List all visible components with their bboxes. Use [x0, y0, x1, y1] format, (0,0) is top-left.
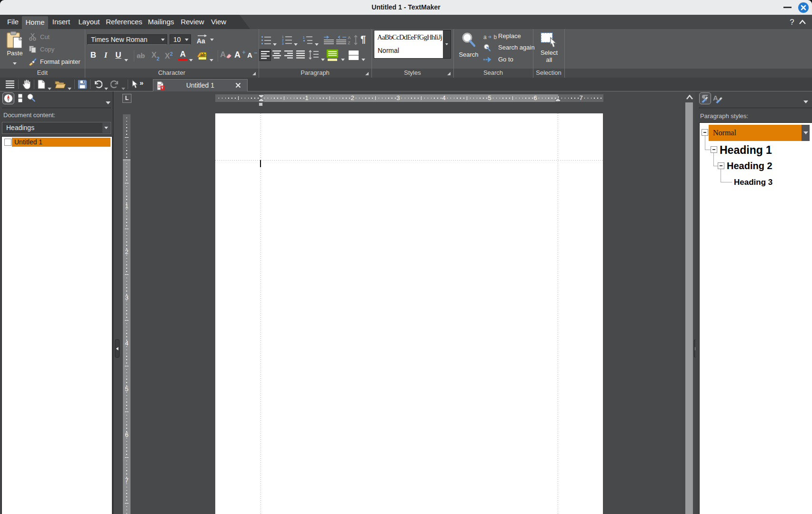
document-content-list[interactable]: Untitled 1 — [1, 136, 112, 514]
close-button[interactable] — [798, 2, 809, 13]
sidebar-toggle-button[interactable] — [6, 80, 15, 89]
font-color-button[interactable]: A — [178, 50, 188, 60]
menu-insert[interactable]: Insert — [48, 15, 74, 29]
style-item-normal[interactable]: Normal — [709, 125, 802, 141]
paragraph-styles-toggle[interactable] — [699, 92, 711, 104]
line-spacing-button[interactable] — [309, 50, 319, 60]
collapse-ribbon-button[interactable] — [799, 16, 809, 29]
align-justify-button[interactable] — [296, 50, 305, 59]
paragraph-dialog-launcher[interactable] — [365, 72, 369, 75]
shrink-font-button[interactable]: A − — [247, 51, 259, 61]
borders-button[interactable] — [348, 50, 359, 60]
decrease-indent-button[interactable] — [336, 35, 347, 45]
style-preview-box[interactable]: AaBbCcDdEeFfGgHhIiJj Normal — [374, 30, 451, 59]
sidebar-collapse-handle[interactable] — [115, 339, 120, 358]
increase-indent-button[interactable] — [323, 35, 334, 45]
list-item[interactable]: Untitled 1 — [2, 137, 112, 148]
align-center-button[interactable] — [272, 50, 281, 59]
undo-dropdown[interactable] — [104, 83, 108, 92]
vertical-scrollbar[interactable] — [684, 91, 695, 514]
character-dialog-launcher[interactable] — [252, 72, 256, 75]
subscript-button[interactable]: X2 — [151, 51, 160, 61]
style-preview-dropdown[interactable] — [443, 30, 451, 58]
align-left-button[interactable] — [259, 49, 271, 61]
underline-button[interactable]: U — [114, 50, 122, 60]
scrollbar-up-button[interactable] — [685, 92, 694, 102]
clear-formatting-button[interactable]: A — [220, 50, 236, 60]
menu-references[interactable]: References — [104, 15, 144, 29]
undo-button[interactable] — [93, 80, 102, 89]
styles-dialog-launcher[interactable] — [447, 72, 451, 75]
copy-button[interactable]: Copy — [29, 45, 82, 53]
superscript-button[interactable]: X2 — [165, 51, 173, 60]
tab-stop-selector[interactable]: L — [122, 94, 131, 103]
pan-tool-button[interactable] — [22, 79, 31, 90]
shading-dropdown[interactable] — [341, 54, 345, 63]
toolbar-overflow-button[interactable]: » — [140, 79, 143, 87]
bullet-list-dropdown[interactable] — [273, 39, 277, 48]
panel-menu-dropdown[interactable] — [803, 97, 808, 105]
outline-list-dropdown[interactable] — [315, 39, 319, 48]
redo-button[interactable] — [110, 80, 120, 89]
menu-layout[interactable]: Layout — [74, 15, 104, 29]
paste-button[interactable]: Paste — [4, 31, 26, 65]
borders-dropdown[interactable] — [361, 54, 365, 63]
search-again-button[interactable]: Search again — [483, 44, 536, 51]
font-size-combo[interactable]: 10 — [170, 34, 191, 45]
replace-button[interactable]: a b Replace — [483, 32, 531, 40]
first-line-indent-marker[interactable] — [258, 94, 264, 98]
menu-file[interactable]: File — [4, 15, 22, 29]
right-indent-marker[interactable] — [555, 98, 561, 102]
redo-dropdown[interactable] — [121, 83, 125, 92]
horizontal-ruler[interactable]: 1234567 — [215, 94, 603, 102]
help-button[interactable]: ? — [787, 16, 797, 29]
minimize-button[interactable] — [783, 7, 792, 8]
vertical-ruler[interactable]: 1234567 — [123, 114, 130, 514]
list-item-checkbox[interactable] — [4, 139, 11, 146]
save-button[interactable] — [78, 80, 87, 89]
content-mode-combo[interactable]: Headings — [2, 122, 111, 134]
style-item-heading3[interactable]: Heading 3 — [734, 178, 772, 187]
numbered-list-button[interactable]: 1 2 3 — [282, 35, 292, 45]
bullet-list-button[interactable] — [261, 35, 271, 45]
font-color-dropdown[interactable] — [189, 55, 193, 63]
tree-expand-heading2[interactable] — [718, 162, 724, 169]
document-tab-close[interactable] — [234, 81, 242, 90]
tree-expand-normal[interactable] — [702, 129, 708, 136]
show-formatting-button[interactable]: ¶ — [361, 34, 366, 45]
styles-tree[interactable]: Normal Heading 1 Heading 2 Heading 3 — [699, 122, 812, 514]
style-item-heading1[interactable]: Heading 1 — [720, 144, 772, 157]
scrollbar-thumb[interactable] — [685, 102, 693, 514]
menu-mailings[interactable]: Mailings — [144, 15, 178, 29]
outline-list-button[interactable]: 1 — [303, 35, 313, 45]
sidebar-menu-dropdown[interactable] — [106, 98, 110, 106]
menu-review[interactable]: Review — [178, 15, 207, 29]
grow-font-button[interactable]: A + — [234, 50, 246, 60]
style-item-heading2[interactable]: Heading 2 — [727, 161, 772, 171]
style-item-dropdown[interactable] — [802, 125, 810, 141]
document-tab[interactable]: T Untitled 1 — [153, 79, 248, 91]
hanging-indent-marker[interactable] — [258, 98, 264, 102]
tree-expand-heading1[interactable] — [711, 146, 717, 153]
search-button[interactable]: Search — [456, 32, 481, 60]
align-right-button[interactable] — [284, 50, 293, 59]
new-document-dropdown[interactable] — [48, 83, 51, 92]
menu-home[interactable]: Home — [22, 16, 48, 29]
sidebar-pages-button[interactable] — [18, 94, 22, 102]
cut-button[interactable]: Cut — [29, 33, 82, 41]
highlight-button[interactable]: ab — [196, 50, 208, 60]
bold-button[interactable]: B — [90, 50, 97, 60]
italic-button[interactable]: I — [102, 50, 110, 60]
sort-button[interactable]: A Z — [348, 35, 359, 45]
strikethrough-button[interactable]: ab — [137, 51, 145, 60]
underline-dropdown[interactable] — [124, 55, 128, 63]
line-spacing-dropdown[interactable] — [321, 54, 325, 63]
character-styles-toggle[interactable]: A — [713, 93, 723, 104]
goto-button[interactable]: Go to — [483, 56, 531, 63]
select-tool-button[interactable] — [131, 80, 138, 89]
new-document-button[interactable] — [38, 80, 45, 89]
font-name-combo[interactable]: Times New Roman — [87, 34, 167, 45]
numbered-list-dropdown[interactable] — [294, 39, 298, 48]
format-painter-button[interactable]: Format painter — [29, 58, 85, 66]
shading-button[interactable] — [327, 50, 338, 61]
